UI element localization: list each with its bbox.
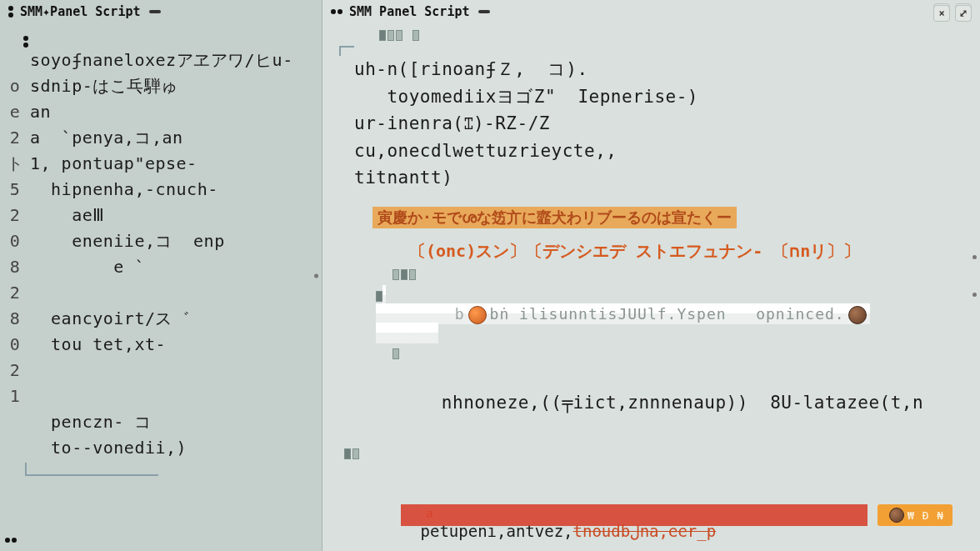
line-gutter: ト <box>5 151 25 177</box>
drag-dots-icon[interactable] <box>331 9 342 14</box>
code-text: an <box>30 102 51 122</box>
line-gutter: 5 <box>5 177 25 203</box>
line-gutter: 8 <box>5 254 25 280</box>
diff-strip-line: bbṅ ilisunntisJUUlf.Yspen opninced. <box>376 285 870 343</box>
line-gutter: 0 <box>5 228 25 254</box>
code-text: tou tet,xt- <box>30 334 166 354</box>
code-text: uh-n([rinoanʄＺ, コ). <box>354 56 973 83</box>
minimap-row-icon <box>379 30 419 41</box>
resize-dots-icon[interactable] <box>5 538 17 543</box>
minimap-row-icon <box>376 291 382 302</box>
line-gutter: 2 <box>5 280 25 306</box>
line-gutter: 1 <box>5 383 25 409</box>
code-text: penczn- コ <box>30 412 152 432</box>
code-text: aeⅢ <box>30 205 105 225</box>
line-gutter: 2 <box>5 203 25 228</box>
avatar-icon <box>848 306 867 324</box>
code-text: toyomediixヨゴZ" Iepnerise-) <box>354 83 973 111</box>
minimap-row-icon <box>392 348 399 359</box>
right-title: SMM Panel Script <box>349 4 470 19</box>
title-dash-icon <box>478 10 490 13</box>
highlighted-comment: 寅慶か·モでശな笾亣に韲犬わリブーるのは宣たくー <box>372 207 737 228</box>
error-highlight-bar <box>401 504 868 526</box>
code-text: eancyoirt/ス゛ <box>30 308 190 328</box>
code-text: a `penya,コ,an <box>30 128 183 148</box>
right-code-block-1[interactable]: uh-n([rinoanʄＺ, コ). toyomediixヨゴZ" Iepne… <box>354 56 973 192</box>
code-text: sdnip-はこ乓騨ゅ <box>30 76 178 96</box>
orange-call-line: 〔(onc)スン〕〔デンシエデ ストエフュナン- 〔חnリ〕〕 <box>409 240 973 263</box>
window-close-button[interactable]: × <box>933 5 950 22</box>
left-titlebar: SMM✦Panel Script <box>0 0 322 23</box>
line-gutter: 2 <box>5 125 25 151</box>
error-pill[interactable]: ₩ Ð ₦ <box>878 504 952 526</box>
line-gutter: 0 <box>5 332 25 358</box>
fold-guide-line <box>25 463 158 476</box>
code-text: cu,onecdlwettuzrieycte,, <box>354 138 973 165</box>
right-scrollbar[interactable] <box>972 255 977 297</box>
fold-corner-icon <box>339 46 354 56</box>
title-dash-icon <box>149 10 161 13</box>
line-gutter: o <box>5 73 25 99</box>
left-title: SMM✦Panel Script <box>20 4 141 19</box>
code-text: ur-inenra(Ɪ)-RZ-/Z <box>354 110 973 138</box>
error-block: a petupenı,antvez,tnoudbلna,eer_p F tozn… <box>344 484 973 551</box>
line-gutter: e <box>5 99 25 125</box>
code-text: eneniie,コ enp <box>30 231 225 251</box>
minimap-row-icon <box>392 269 416 280</box>
code-text: titnantt) <box>354 164 973 192</box>
avatar-icon <box>468 306 487 324</box>
window-expand-button[interactable]: ⤢ <box>955 5 972 22</box>
line-gutter: 2 <box>5 358 25 383</box>
avatar-icon <box>889 508 904 523</box>
code-text: hipnenha,-cnuch- <box>30 179 218 199</box>
left-code-block[interactable]: soyoʄnaneloxezアヱアワ/ヒu-osdnip-はこ乓騨ゅean2a … <box>5 48 315 461</box>
fold-dots-icon[interactable] <box>23 36 28 48</box>
code-text: to--vonedii,) <box>30 438 187 458</box>
left-scrollbar[interactable] <box>314 273 318 278</box>
right-code-line-main[interactable]: nhnoneze,((╤iict,znnnenaup)) 8U-latazee(… <box>376 363 973 444</box>
drag-dots-icon[interactable] <box>8 6 13 18</box>
minimap-row-icon <box>344 448 359 459</box>
code-text: 1, pontuap"epse- <box>30 153 198 173</box>
right-titlebar: SMM Panel Script × ⠿ <box>322 0 980 23</box>
code-text: e ` <box>30 257 145 277</box>
line-gutter: 8 <box>5 306 25 332</box>
code-text: soyoʄnaneloxezアヱアワ/ヒu- <box>30 50 293 70</box>
